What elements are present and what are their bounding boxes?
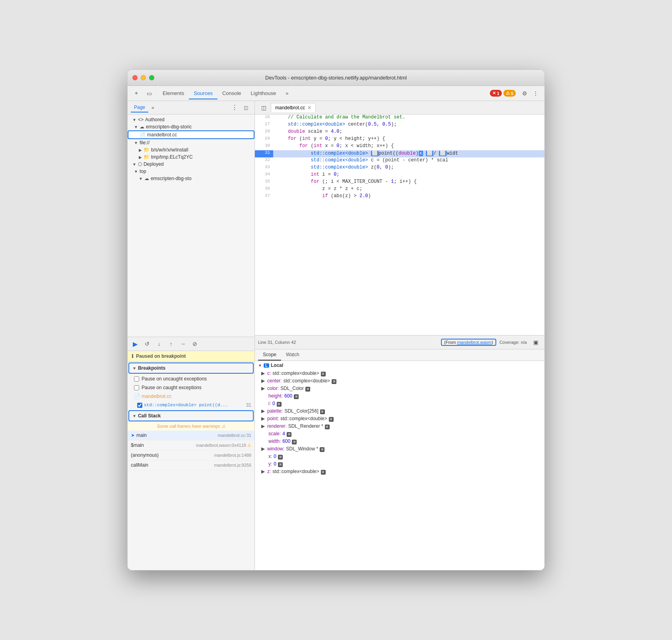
scope-renderer[interactable]: ▶ renderer: SDL_Renderer * ⊞ [255,423,544,430]
line-content-30: for (int x = 0; x < width; x++) { [273,143,544,150]
panel-collapse-icon[interactable]: ◫ [240,102,251,113]
breakpoint-checkbox[interactable] [137,403,142,408]
maximize-button[interactable] [149,75,154,80]
step-button[interactable]: → [179,339,187,348]
sidebar-toggle-icon[interactable]: ◫ [258,102,269,113]
minimize-button[interactable] [141,75,146,80]
scope-key-i: i: [268,401,271,406]
tree-emscripten[interactable]: ▼ ☁ emscripten-dbg-storic [128,123,254,130]
tab-watch[interactable]: Watch [281,349,304,361]
callframe-name-callmain: callMain [131,462,148,468]
tree-emscripten-dbg[interactable]: ▼ ☁ emscripten-dbg-sto [128,175,254,182]
expand-icon: ▶ [261,469,265,474]
scope-val-z: std::complex<double> [272,469,319,474]
code-editor[interactable]: 26 // Calculate and draw the Mandelbrot … [255,114,544,335]
scope-key-palette: palette: [267,408,283,414]
expand-icon: ▶ [261,378,265,384]
file-tab[interactable]: mandelbrot.cc ✕ [271,103,316,112]
code-line-27: 27 std::complex<double> center(0.5, 0.5)… [255,122,544,129]
step-into-button[interactable]: ↓ [155,339,163,348]
pause-caught-checkbox[interactable]: Pause on caught exceptions [128,383,254,392]
scope-color[interactable]: ▶ color: SDL_Color ⊞ [255,385,544,392]
scope-tabs: Scope Watch [255,349,544,361]
scope-val-width: 600 [282,438,290,444]
line-content-28: double scale = 4.0; [273,129,544,136]
tree-tmp[interactable]: ▶ 📁 tmp/tmp.ELcTq2YC [128,153,254,161]
resume-button[interactable]: ▶ [131,339,140,348]
line-content-32: std::complex<double> c = (point - center… [273,157,544,165]
breakpoints-header[interactable]: ▼ Breakpoints [128,363,254,374]
tree-deployed[interactable]: ▼ ⬡ Deployed [128,161,254,168]
tab-elements[interactable]: Elements [158,88,189,99]
file-tree: ▼ <> Authored ▼ ☁ emscripten-dbg-storic … [128,114,254,337]
code-line-36: 36 z = z * z + c; [255,186,544,193]
window-title: DevTools - emscripten-dbg-stories.netlif… [265,75,407,81]
pause-uncaught-input[interactable] [134,376,139,382]
arrow-icon: ▼ [139,176,143,181]
call-stack-header[interactable]: ▼ Call Stack [128,410,254,421]
expand-icon: ▶ [261,446,265,452]
tree-top[interactable]: ▼ top [128,168,254,175]
devtools-window: DevTools - emscripten-dbg-stories.netlif… [127,70,545,570]
tree-authored[interactable]: ▼ <> Authored [128,116,254,123]
scope-val-color: SDL_Color [280,386,304,391]
scope-val-y: 0 [274,461,276,467]
tab-more[interactable]: » [281,88,293,99]
local-section-header[interactable]: ▼ L Local [255,361,544,370]
callframe-loc-main: mandelbrot.cc:31 [218,433,251,438]
breakpoint-item[interactable]: std::complex<double> point((d... 31 [128,401,254,409]
scope-window[interactable]: ▶ window: SDL_Window * ⊞ [255,445,544,453]
callframe-anon[interactable]: (anonymous) mandelbrot.js:1488 [128,450,254,460]
panel-options-icon[interactable]: ⋮ [229,102,240,113]
scope-val-palette: SDL_Color[256] [284,408,318,414]
scope-i: i: 0 ⊞ [255,400,544,407]
deactivate-breakpoints-button[interactable]: ⊘ [190,339,199,348]
tree-install[interactable]: ▶ 📁 b/s/w/ir/x/w/install [128,146,254,153]
scope-z[interactable]: ▶ z: std::complex<double> ⊞ [255,468,544,475]
step-over-button[interactable]: ↺ [143,339,151,348]
tab-console[interactable]: Console [218,88,246,99]
step-out-button[interactable]: ↑ [167,339,175,348]
scope-val-c: std::complex<double> [272,370,319,376]
local-label: Local [271,363,283,368]
expand-icon: ▶ [261,408,265,414]
callframe-main[interactable]: ➤ main mandelbrot.cc:31 [128,431,254,440]
more-options-icon[interactable]: ⋮ [530,88,541,99]
tree-mandelbrot-cc[interactable]: 📄 mandelbrot.cc [128,130,254,139]
callframe-name-main: ➤ main [131,432,147,438]
callframe-callmain[interactable]: callMain mandelbrot.js:9256 [128,460,254,470]
line-content-27: std::complex<double> center(0.5, 0.5); [273,122,544,129]
wasm-icon: ⊞ [321,372,326,376]
tab-page[interactable]: Page [131,103,148,112]
scope-val-height: 600 [284,393,292,399]
tab-sources[interactable]: Sources [189,88,218,99]
cursor-icon[interactable]: ⌖ [131,88,142,99]
coverage-info-icon[interactable]: ▣ [530,337,541,348]
device-icon[interactable]: ▭ [144,88,155,99]
scope-x: x: 0 ⊞ [255,453,544,460]
scope-point[interactable]: ▶ point: std::complex<double> ⊞ [255,415,544,423]
callframe-smain[interactable]: $main mandelbrot.wasm:0x4118 ⚠ [128,440,254,450]
scope-palette[interactable]: ▶ palette: SDL_Color[256] ⊞ [255,407,544,415]
pause-uncaught-checkbox[interactable]: Pause on uncaught exceptions [128,374,254,383]
line-column: Line 31, Column 42 [258,340,296,345]
tree-file[interactable]: ▼ file:// [128,139,254,146]
file-icon: 📄 [134,394,140,399]
scope-val-window: SDL_Window * [286,446,318,452]
close-button[interactable] [132,75,138,80]
breakpoint-filename: mandelbrot.cc [142,394,171,399]
scope-key-width: width: [268,438,281,444]
scope-key-c: c: [267,370,271,376]
close-icon[interactable]: ✕ [307,105,311,111]
line-content-26: // Calculate and draw the Mandelbrot set… [273,114,544,122]
pause-caught-input[interactable] [134,385,139,390]
tab-more-panels[interactable]: » [148,103,157,112]
tab-scope[interactable]: Scope [258,349,281,361]
tab-lighthouse[interactable]: Lighthouse [246,88,281,99]
tag-icon: <> [138,117,144,122]
scope-c[interactable]: ▶ c: std::complex<double> ⊞ [255,370,544,377]
wasm-link[interactable]: mandelbrot.wasm [457,340,491,345]
settings-icon[interactable]: ⚙ [519,88,530,99]
scope-key-y: y: [268,461,272,467]
scope-center[interactable]: ▶ center: std::complex<double> ⊞ [255,377,544,385]
